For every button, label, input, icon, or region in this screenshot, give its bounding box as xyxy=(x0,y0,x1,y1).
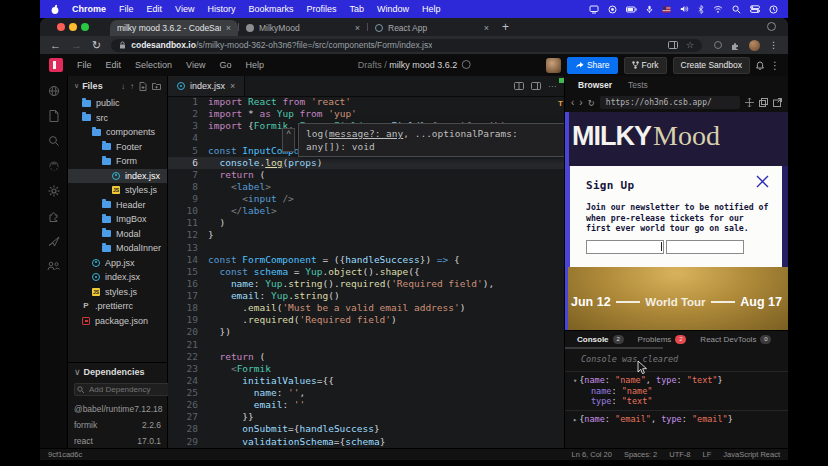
file-tree-item-styles-js[interactable]: JSstyles.js xyxy=(68,183,167,198)
browser-tab-2[interactable]: MilkyMood× xyxy=(239,20,367,36)
close-tab-icon[interactable]: × xyxy=(355,23,360,33)
zoom-window-button[interactable] xyxy=(81,23,89,31)
close-tab-icon[interactable]: × xyxy=(226,23,231,33)
file-tree-item-index-jsx[interactable]: index.jsx xyxy=(68,169,167,184)
preview-forward-icon[interactable]: › xyxy=(579,97,582,108)
dependency-row[interactable]: react17.0.1 xyxy=(74,433,161,449)
bluetooth-icon[interactable] xyxy=(698,5,704,14)
back-icon[interactable]: ← xyxy=(50,40,61,51)
menu-bookmarks[interactable]: Bookmarks xyxy=(248,4,293,14)
apple-menu-icon[interactable] xyxy=(50,4,60,15)
code-line-12[interactable]: 12} xyxy=(168,229,565,241)
editor-tab-indexjsx[interactable]: index.jsx × xyxy=(168,76,245,96)
file-tree-item-app-jsx[interactable]: App.jsx xyxy=(68,256,167,271)
code-line-20[interactable]: 20 }) xyxy=(168,326,565,338)
settings-icon[interactable] xyxy=(48,184,60,198)
csb-menu-file[interactable]: File xyxy=(77,60,92,70)
code-line-1[interactable]: 1import React from 'react' xyxy=(168,96,565,108)
code-line-10[interactable]: 10 </label> xyxy=(168,205,565,217)
user-avatar[interactable] xyxy=(546,58,561,73)
code-line-6[interactable]: 6 console.log(props) xyxy=(168,157,565,169)
file-tree-item-modalinner[interactable]: ModalInner xyxy=(68,241,167,256)
code-line-14[interactable]: 14const FormComponent = ({handleSuccess}… xyxy=(168,254,565,266)
preview-url-field[interactable]: https://oh3n6.csb.app/ xyxy=(600,96,740,109)
code-line-26[interactable]: 26 email: '' xyxy=(168,399,565,411)
parameter-hint-chevron[interactable]: ^ xyxy=(282,128,295,152)
chrome-profile-avatar[interactable] xyxy=(749,40,760,51)
code-line-25[interactable]: 25 name: '', xyxy=(168,387,565,399)
battery-icon[interactable] xyxy=(626,6,637,13)
menu-profiles[interactable]: Profiles xyxy=(306,4,336,14)
explorer-icon[interactable] xyxy=(49,109,59,123)
code-line-28[interactable]: 28 onSubmit={handleSuccess} xyxy=(168,423,565,435)
status-item[interactable]: UTF-8 xyxy=(669,450,690,459)
search-icon[interactable] xyxy=(48,134,60,148)
preview-refresh-icon[interactable]: ↻ xyxy=(588,98,595,108)
code-line-7[interactable]: 7 return ( xyxy=(168,169,565,181)
name-input[interactable] xyxy=(586,240,664,254)
file-tree-item-src[interactable]: src xyxy=(68,111,167,126)
csb-menu-edit[interactable]: Edit xyxy=(106,60,122,70)
menu-window[interactable]: Window xyxy=(377,4,409,14)
volume-icon[interactable] xyxy=(680,5,689,13)
deployment-icon[interactable] xyxy=(48,234,60,248)
file-tree-item-footer[interactable]: Footer xyxy=(68,140,167,155)
csb-menu-view[interactable]: View xyxy=(186,60,205,70)
file-tree-item-header[interactable]: Header xyxy=(68,198,167,213)
extensions-puzzle-icon[interactable] xyxy=(731,41,740,50)
menu-chrome[interactable]: Chrome xyxy=(72,4,106,14)
console-tab-problems[interactable]: Problems2 xyxy=(638,335,687,344)
console-tab-react-devtools[interactable]: React DevTools0 xyxy=(700,335,771,344)
plugin-icon[interactable] xyxy=(48,209,60,223)
code-line-29[interactable]: 29 validationSchema={schema} xyxy=(168,436,565,448)
code-line-9[interactable]: 9 <input /> xyxy=(168,193,565,205)
csb-menu-selection[interactable]: Selection xyxy=(135,60,172,70)
file-tree-item-package-json[interactable]: package.json xyxy=(68,314,167,329)
menu-tab[interactable]: Tab xyxy=(349,4,364,14)
file-tree-item-modal[interactable]: Modal xyxy=(68,227,167,242)
display-icon[interactable] xyxy=(589,5,599,14)
csb-menu-help[interactable]: Help xyxy=(245,60,264,70)
clock-icon[interactable] xyxy=(769,5,778,14)
code-line-13[interactable]: 13 xyxy=(168,242,565,254)
code-line-24[interactable]: 24 initialValues={{ xyxy=(168,375,565,387)
expand-caret-icon[interactable]: ▾ xyxy=(573,377,577,385)
extension-icon[interactable] xyxy=(714,41,722,49)
console-log-property[interactable]: type: "text" xyxy=(565,397,788,407)
menu-view[interactable]: View xyxy=(175,4,194,14)
github-icon[interactable] xyxy=(48,159,60,173)
address-bar[interactable]: codesandbox.io/s/milky-mood-362-oh3n6?fi… xyxy=(111,39,702,52)
layout-icon[interactable] xyxy=(531,82,541,90)
tab-browser[interactable]: Browser xyxy=(578,80,612,90)
new-tab-button[interactable]: + xyxy=(502,20,509,34)
new-file-icon[interactable] xyxy=(139,82,147,91)
file-tree-item-components[interactable]: components xyxy=(68,125,167,140)
minimize-window-button[interactable] xyxy=(69,23,77,31)
menu-help[interactable]: Help xyxy=(422,4,441,14)
browser-tab-3[interactable]: React App× xyxy=(368,20,496,36)
code-line-21[interactable]: 21 xyxy=(168,339,565,351)
record-icon[interactable] xyxy=(608,5,617,14)
split-view-icon[interactable] xyxy=(514,82,524,90)
menu-edit[interactable]: Edit xyxy=(147,4,163,14)
spotlight-icon[interactable] xyxy=(732,5,741,14)
status-item[interactable]: JavaScript React xyxy=(723,450,780,459)
dependency-row[interactable]: formik2.2.6 xyxy=(74,417,161,433)
browser-tab-1[interactable]: milky mood 3.6.2 - CodeSandb× xyxy=(110,20,238,36)
new-folder-icon[interactable] xyxy=(152,82,161,90)
open-in-new-window-icon[interactable] xyxy=(773,98,782,107)
console-log-entry[interactable]: ▾{name: "name", type: "text"} xyxy=(565,372,788,387)
close-tab-icon[interactable]: × xyxy=(484,23,489,33)
console-tab-scrollbar[interactable] xyxy=(565,347,663,349)
file-tree-item-index-jsx[interactable]: index.jsx xyxy=(68,270,167,285)
frozen-icon[interactable] xyxy=(461,60,470,69)
code-line-15[interactable]: 15 const schema = Yup.object().shape({ xyxy=(168,266,565,278)
close-tab-icon[interactable]: × xyxy=(230,81,235,91)
files-header[interactable]: ∨ Files ↓ ↑ xyxy=(68,76,167,96)
file-tree-item-public[interactable]: public xyxy=(68,96,167,111)
preview-back-icon[interactable]: ‹ xyxy=(571,97,574,108)
csb-more-menu-icon[interactable]: ⋮ xyxy=(770,60,780,71)
code-line-27[interactable]: 27 }} xyxy=(168,411,565,423)
file-tree-item-form[interactable]: Form xyxy=(68,154,167,169)
project-icon[interactable] xyxy=(48,84,60,98)
